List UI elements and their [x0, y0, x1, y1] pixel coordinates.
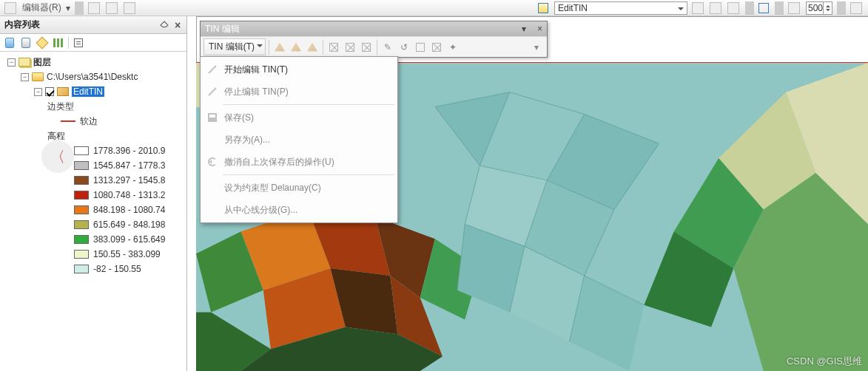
- blank-icon: [205, 202, 220, 217]
- tool-icon[interactable]: [343, 40, 357, 55]
- legend-class: -82 - 150.55: [1, 262, 185, 276]
- floppy-icon: [205, 110, 220, 125]
- pencil-icon: [205, 62, 220, 77]
- menu-item: 另存为(A)...: [202, 129, 396, 151]
- menu-item-label: 停止编辑 TIN(P): [224, 86, 289, 98]
- tool-icon[interactable]: ✦: [445, 40, 460, 55]
- menu-item-label: 设为约束型 Delaunay(C): [224, 182, 321, 194]
- tin-toolbar-title[interactable]: TIN 编辑 ▾ ×: [201, 21, 547, 36]
- blank-icon: [205, 180, 220, 195]
- toolbar-icon[interactable]: [788, 2, 800, 14]
- menu-item[interactable]: 开始编辑 TIN(T): [202, 58, 396, 81]
- color-swatch: [74, 161, 89, 170]
- elevation-heading: 高程: [1, 129, 185, 143]
- legend-class: 1545.847 - 1778.3: [1, 158, 185, 173]
- tool-icon[interactable]: [359, 40, 374, 55]
- toolbar-options-icon[interactable]: ▾: [529, 40, 544, 55]
- class-label: 1545.847 - 1778.3: [93, 160, 165, 171]
- pencil-icon: [205, 84, 220, 99]
- move-node-icon[interactable]: [305, 40, 320, 55]
- close-icon[interactable]: [172, 20, 183, 30]
- menu-item: 停止编辑 TIN(P): [202, 81, 396, 103]
- edge-type-heading: 边类型: [1, 99, 185, 114]
- color-swatch: [74, 235, 89, 244]
- toolbar-icon[interactable]: [710, 2, 721, 14]
- class-label: -82 - 150.55: [93, 264, 141, 274]
- toolbar-icon[interactable]: [106, 2, 118, 14]
- menu-item-label: 撤消自上次保存后的操作(U): [224, 156, 334, 169]
- toolbar-icon[interactable]: [4, 2, 16, 14]
- menu-item: 设为约束型 Delaunay(C): [202, 177, 396, 199]
- tool-icon[interactable]: [413, 40, 428, 55]
- legend-class: 1313.297 - 1545.8: [1, 173, 185, 188]
- toolbar-icon[interactable]: [758, 3, 769, 13]
- number-value: 500: [808, 3, 823, 13]
- color-swatch: [74, 205, 89, 214]
- legend-class: 383.099 - 615.649: [1, 232, 185, 247]
- tin-edit-menu[interactable]: TIN 编辑(T): [203, 38, 266, 55]
- watermark: CSDN @GIS思维: [787, 355, 862, 368]
- class-label: 615.649 - 848.198: [93, 219, 165, 230]
- toc-list-by-drawing[interactable]: [3, 36, 16, 50]
- toc-options[interactable]: [72, 36, 85, 50]
- tin-toolbar-title-text: TIN 编辑: [205, 23, 240, 35]
- class-label: 848.198 - 1080.74: [93, 205, 165, 215]
- legend-class: 1778.396 - 2010.9: [1, 143, 185, 158]
- tin-swatch-icon: [538, 3, 548, 13]
- tin-icon: [57, 87, 69, 96]
- menu-item-label: 从中心线分级(G)...: [224, 204, 297, 217]
- toolbar-icon[interactable]: [850, 2, 862, 14]
- menu-item: 保存(S): [202, 106, 396, 129]
- line-swatch: [61, 120, 75, 122]
- class-label: 1080.748 - 1313.2: [93, 190, 165, 200]
- layer-name: EditTIN: [72, 86, 104, 97]
- color-swatch: [74, 176, 89, 185]
- color-swatch: [74, 250, 89, 259]
- tool-icon[interactable]: [429, 40, 444, 55]
- back-button[interactable]: 〈: [41, 140, 74, 173]
- layer-combo-value: EditTIN: [558, 3, 588, 13]
- tin-edit-toolbar: TIN 编辑 ▾ × TIN 编辑(T) ✎ ↺ ✦ ▾: [200, 21, 548, 58]
- toc-list-by-source[interactable]: [19, 36, 33, 50]
- dropdown-icon[interactable]: ▾: [522, 24, 526, 34]
- table-of-contents: 内容列表 −图层 −C:\Users\a3541\Desktc −EditTIN…: [0, 16, 187, 371]
- tree-folder[interactable]: −C:\Users\a3541\Desktc: [1, 69, 185, 84]
- toolbar-icon[interactable]: [124, 2, 135, 14]
- delete-node-icon[interactable]: [289, 40, 303, 55]
- menu-item: 从中心线分级(G)...: [202, 199, 396, 221]
- undo-icon: [205, 154, 220, 169]
- tool-icon[interactable]: [326, 40, 341, 55]
- close-icon[interactable]: ×: [537, 24, 542, 34]
- editor-menu[interactable]: 编辑器(R): [22, 1, 61, 14]
- tool-icon[interactable]: ✎: [380, 40, 395, 55]
- color-swatch: [74, 146, 89, 155]
- tree-layer[interactable]: −EditTIN: [1, 84, 185, 99]
- menu-item-label: 开始编辑 TIN(T): [224, 64, 288, 76]
- blank-icon: [205, 132, 220, 147]
- color-swatch: [74, 265, 89, 273]
- color-swatch: [74, 220, 89, 229]
- toc-list-by-visibility[interactable]: [36, 36, 49, 50]
- toolbar-icon[interactable]: [727, 2, 739, 14]
- layer-checkbox[interactable]: [45, 87, 54, 96]
- class-label: 150.55 - 383.099: [93, 249, 161, 259]
- layers-icon: [18, 58, 30, 67]
- tree-root[interactable]: −图层: [1, 55, 185, 69]
- number-input[interactable]: 500: [806, 1, 832, 15]
- legend-class: 1080.748 - 1313.2: [1, 188, 185, 202]
- toc-tree: −图层 −C:\Users\a3541\Desktc −EditTIN 边类型 …: [0, 52, 186, 371]
- layer-combo[interactable]: EditTIN: [554, 1, 687, 15]
- soft-edge-item: 软边: [1, 114, 185, 129]
- class-label: 1778.396 - 2010.9: [93, 146, 165, 156]
- folder-icon: [32, 72, 44, 81]
- legend-class: 150.55 - 383.099: [1, 247, 185, 262]
- toolbar-icon[interactable]: [692, 2, 704, 14]
- tool-icon[interactable]: ↺: [397, 40, 411, 55]
- menu-item-label: 另存为(A)...: [224, 134, 270, 146]
- pin-icon[interactable]: [159, 20, 169, 30]
- legend-class: 848.198 - 1080.74: [1, 202, 185, 217]
- toolbar-icon[interactable]: [88, 2, 100, 14]
- tin-edit-dropdown: 开始编辑 TIN(T)停止编辑 TIN(P)保存(S)另存为(A)...撤消自上…: [200, 56, 398, 223]
- add-node-icon[interactable]: [272, 40, 287, 55]
- toc-list-by-selection[interactable]: [52, 36, 65, 50]
